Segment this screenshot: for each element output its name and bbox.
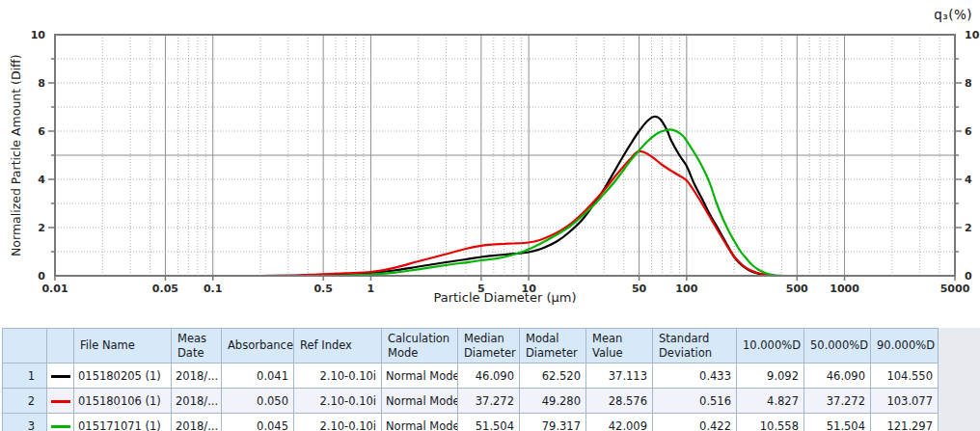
col-header-d90: 90.000%D <box>871 329 939 364</box>
cell-d50[interactable]: 46.090 <box>804 364 871 389</box>
cell-calc[interactable]: Normal Mode <box>382 414 458 431</box>
table-row-3[interactable]: 3015171071 (1)2018/...0.0452.10-0.10iNor… <box>3 414 939 431</box>
results-table: File NameMeas DateAbsorbanceRef IndexCal… <box>2 328 939 431</box>
series-swatch-cell[interactable] <box>47 389 74 414</box>
cell-abs[interactable]: 0.050 <box>222 389 294 414</box>
col-header-mean: Mean Value <box>586 329 653 364</box>
y-left-tick-label: 8 <box>38 77 45 90</box>
col-header-median: Median Diameter <box>458 329 520 364</box>
cell-calc[interactable]: Normal Mode <box>382 389 458 414</box>
cell-modal[interactable]: 62.520 <box>520 364 586 389</box>
cell-d10[interactable]: 10.558 <box>737 414 804 431</box>
cell-d90[interactable]: 104.550 <box>871 364 939 389</box>
y-left-tick-label: 4 <box>38 174 45 186</box>
col-header-d10: 10.000%D <box>737 329 804 364</box>
cell-file[interactable]: 015180106 (1) <box>74 389 172 414</box>
y-right-tick-label: 6 <box>965 125 972 138</box>
table-row-1[interactable]: 1015180205 (1)2018/...0.0412.10-0.10iNor… <box>3 364 939 389</box>
y-left-tick-label: 0 <box>38 270 45 283</box>
cell-d50[interactable]: 37.272 <box>804 389 871 414</box>
cell-std[interactable]: 0.516 <box>653 389 737 414</box>
series-color-swatch <box>51 400 70 403</box>
y-left-tick-label: 6 <box>38 125 45 138</box>
col-header-d50: 50.000%D <box>804 329 871 364</box>
cell-file[interactable]: 015180205 (1) <box>74 364 172 389</box>
cell-date[interactable]: 2018/... <box>172 364 222 389</box>
left-axis-title: Normalized Particle Amount (Diff) <box>7 35 24 276</box>
cell-std[interactable]: 0.433 <box>653 364 737 389</box>
y-right-tick-label: 4 <box>965 174 972 186</box>
row-number-cell[interactable]: 2 <box>3 389 47 414</box>
cell-abs[interactable]: 0.045 <box>222 414 294 431</box>
cell-std[interactable]: 0.422 <box>653 414 737 431</box>
series-color-swatch <box>51 375 70 378</box>
cell-median[interactable]: 37.272 <box>458 389 520 414</box>
col-header-calc: Calculation Mode <box>382 329 458 364</box>
series-curve-0151801061 <box>95 151 892 276</box>
cell-ref[interactable]: 2.10-0.10i <box>294 414 382 431</box>
y-right-tick-label: 10 <box>965 29 980 41</box>
y-right-tick-label: 0 <box>965 270 972 283</box>
cell-d90[interactable]: 103.077 <box>871 389 939 414</box>
y-right-tick-label: 2 <box>965 222 972 234</box>
chart-canvas: 0.010.050.10.515105010050010005000002244… <box>0 0 980 324</box>
x-axis-title: Particle Diameter (μm) <box>55 290 955 305</box>
table-header-row: File NameMeas DateAbsorbanceRef IndexCal… <box>3 329 939 364</box>
particle-analyzer-screen: q₃(%) Normalized Particle Amount (Diff) … <box>0 0 980 431</box>
cell-file[interactable]: 015171071 (1) <box>74 414 172 431</box>
col-header-empty <box>3 329 47 364</box>
row-number-cell[interactable]: 1 <box>3 364 47 389</box>
cell-modal[interactable]: 49.280 <box>520 389 586 414</box>
cell-date[interactable]: 2018/... <box>172 414 222 431</box>
y-left-tick-label: 10 <box>31 29 46 41</box>
cell-median[interactable]: 46.090 <box>458 364 520 389</box>
table-right-filler <box>939 328 980 431</box>
cell-calc[interactable]: Normal Mode <box>382 364 458 389</box>
cell-modal[interactable]: 79.317 <box>520 414 586 431</box>
col-header-std: Standard Deviation <box>653 329 737 364</box>
cell-ref[interactable]: 2.10-0.10i <box>294 364 382 389</box>
cell-median[interactable]: 51.504 <box>458 414 520 431</box>
cell-mean[interactable]: 37.113 <box>586 364 653 389</box>
results-table-region: File NameMeas DateAbsorbanceRef IndexCal… <box>2 328 939 431</box>
series-swatch-cell[interactable] <box>47 364 74 389</box>
series-swatch-cell[interactable] <box>47 414 74 431</box>
cell-date[interactable]: 2018/... <box>172 389 222 414</box>
table-row-2[interactable]: 2015180106 (1)2018/...0.0502.10-0.10iNor… <box>3 389 939 414</box>
col-header-empty <box>47 329 74 364</box>
col-header-file: File Name <box>74 329 172 364</box>
cell-d10[interactable]: 9.092 <box>737 364 804 389</box>
cell-mean[interactable]: 28.576 <box>586 389 653 414</box>
cell-abs[interactable]: 0.041 <box>222 364 294 389</box>
col-header-abs: Absorbance <box>222 329 294 364</box>
row-number-cell[interactable]: 3 <box>3 414 47 431</box>
cell-ref[interactable]: 2.10-0.10i <box>294 389 382 414</box>
y-right-tick-label: 8 <box>965 77 972 90</box>
col-header-modal: Modal Diameter <box>520 329 586 364</box>
cell-d50[interactable]: 51.504 <box>804 414 871 431</box>
col-header-date: Meas Date <box>172 329 222 364</box>
cell-mean[interactable]: 42.009 <box>586 414 653 431</box>
cell-d90[interactable]: 121.297 <box>871 414 939 431</box>
series-color-swatch <box>51 425 70 428</box>
col-header-ref: Ref Index <box>294 329 382 364</box>
distribution-chart: q₃(%) Normalized Particle Amount (Diff) … <box>0 0 980 324</box>
right-axis-title: q₃(%) <box>934 7 972 22</box>
cell-d10[interactable]: 4.827 <box>737 389 804 414</box>
y-left-tick-label: 2 <box>38 222 45 234</box>
